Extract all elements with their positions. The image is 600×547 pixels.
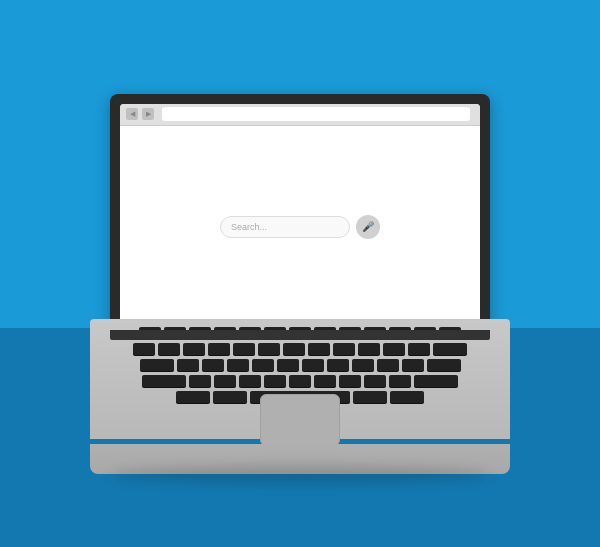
key[interactable] (133, 343, 155, 355)
key[interactable] (189, 375, 211, 387)
key-backspace[interactable] (433, 343, 467, 355)
key[interactable] (283, 343, 305, 355)
key-alt-right[interactable] (353, 391, 387, 403)
key[interactable] (364, 375, 386, 387)
forward-button[interactable]: ▶ (142, 108, 154, 120)
key[interactable] (377, 359, 399, 371)
key-ctrl-right[interactable] (390, 391, 424, 403)
laptop-shadow (110, 466, 490, 484)
key-tab[interactable] (140, 359, 174, 371)
microphone-icon: 🎤 (362, 221, 374, 232)
key[interactable] (158, 343, 180, 355)
key[interactable] (408, 343, 430, 355)
search-input[interactable]: Search... (220, 216, 350, 238)
key[interactable] (389, 375, 411, 387)
laptop-illustration: ◀ ▶ Search... 🎤 (90, 94, 510, 474)
key[interactable] (202, 359, 224, 371)
search-bar-container: Search... 🎤 (220, 215, 380, 239)
key[interactable] (227, 359, 249, 371)
browser-toolbar: ◀ ▶ (120, 104, 480, 126)
key[interactable] (383, 343, 405, 355)
browser-window: ◀ ▶ Search... 🎤 (120, 104, 480, 328)
key-row-4 (110, 375, 490, 387)
address-bar[interactable] (162, 107, 470, 121)
laptop-screen-lid: ◀ ▶ Search... 🎤 (110, 94, 490, 334)
key[interactable] (239, 375, 261, 387)
key[interactable] (302, 359, 324, 371)
key[interactable] (339, 375, 361, 387)
key[interactable] (289, 375, 311, 387)
key[interactable] (277, 359, 299, 371)
key[interactable] (314, 375, 336, 387)
trackpad[interactable] (260, 394, 340, 446)
key[interactable] (327, 359, 349, 371)
key[interactable] (264, 375, 286, 387)
key[interactable] (333, 343, 355, 355)
key-alt[interactable] (213, 391, 247, 403)
laptop-hinge (110, 330, 490, 340)
key[interactable] (358, 343, 380, 355)
key[interactable] (402, 359, 424, 371)
key-ctrl[interactable] (176, 391, 210, 403)
key[interactable] (252, 359, 274, 371)
keyboard-base (90, 319, 510, 474)
key-enter[interactable] (427, 359, 461, 371)
key[interactable] (208, 343, 230, 355)
key-row-2 (110, 343, 490, 355)
back-button[interactable]: ◀ (126, 108, 138, 120)
screen-bezel: ◀ ▶ Search... 🎤 (110, 94, 490, 334)
scene: ◀ ▶ Search... 🎤 (0, 0, 600, 547)
browser-content: Search... 🎤 (120, 126, 480, 328)
key[interactable] (308, 343, 330, 355)
key-capslock[interactable] (142, 375, 186, 387)
key[interactable] (258, 343, 280, 355)
key-shift-right[interactable] (414, 375, 458, 387)
key[interactable] (233, 343, 255, 355)
key-row-3 (110, 359, 490, 371)
key[interactable] (352, 359, 374, 371)
microphone-button[interactable]: 🎤 (356, 215, 380, 239)
key[interactable] (214, 375, 236, 387)
key[interactable] (177, 359, 199, 371)
key[interactable] (183, 343, 205, 355)
